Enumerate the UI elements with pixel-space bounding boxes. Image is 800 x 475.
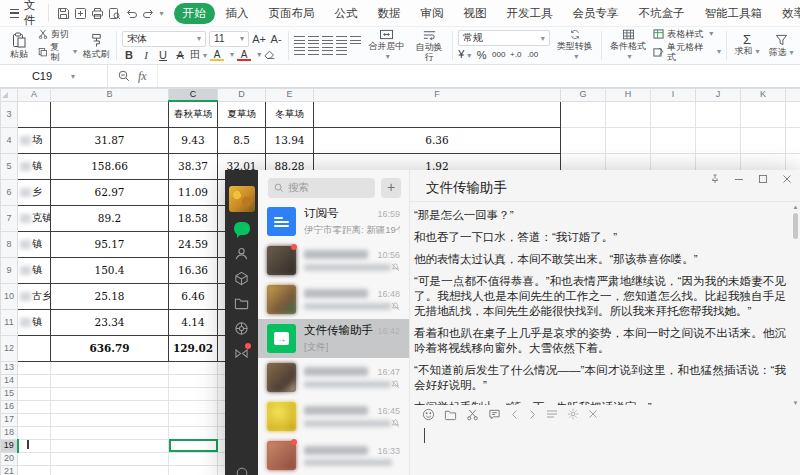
cell-a9[interactable]: 镇 [18,257,51,283]
toolbar-more-caret[interactable]: ▾ [160,5,164,22]
chat-item-blurred-1[interactable]: 10:56 [258,241,409,280]
tab-developer[interactable]: 开发工具 [498,3,562,24]
cell[interactable] [51,387,169,400]
cell[interactable] [169,387,218,400]
row-header-4[interactable]: 4 [1,127,18,153]
scroll-down-arrow[interactable]: ▼ [793,399,799,407]
name-box[interactable]: C19 ▾ [0,65,108,87]
cell-c19-selected[interactable] [169,439,218,452]
cell[interactable] [169,426,218,439]
cell-b4[interactable]: 31.87 [51,127,169,153]
row-header-17[interactable]: 17 [1,413,18,426]
cell-c9[interactable]: 16.36 [169,257,218,283]
thousands-button[interactable]: 000 [492,50,506,60]
settings-nav-icon[interactable] [233,464,250,475]
row-header-11[interactable]: 11 [1,309,18,335]
cell[interactable] [606,101,651,127]
row-header-14[interactable]: 14 [1,374,18,387]
font-size-select[interactable]: 11▾ [209,31,249,47]
cell[interactable] [51,465,169,475]
cell-b8[interactable]: 95.17 [51,231,169,257]
conditional-format-button[interactable]: 条件格式▾ [607,29,649,62]
cell-a6[interactable]: 乡 [18,179,51,205]
chat-item-file-transfer[interactable]: → 文件传输助手16:42 [文件] [258,319,409,358]
percent-button[interactable]: % [475,50,489,60]
cell-c7[interactable]: 18.58 [169,205,218,231]
align-center-icon[interactable] [308,47,319,55]
underline-button[interactable]: U [156,50,170,60]
col-header-d[interactable]: D [218,89,266,102]
currency-button[interactable]: ¥▾ [458,49,472,61]
font-color-button[interactable]: A [237,50,251,61]
row-header-16[interactable]: 16 [1,400,18,413]
gear-icon[interactable] [567,408,579,420]
row-header-10[interactable]: 10 [1,283,18,309]
tab-insert[interactable]: 插入 [217,3,258,24]
cell-c10[interactable]: 6.46 [169,283,218,309]
tab-membership[interactable]: 会员专享 [564,3,628,24]
cell[interactable] [561,101,606,127]
wechat-search-input[interactable]: 搜索 [268,178,375,198]
cell-c3[interactable]: 春秋草场 [169,101,218,127]
cell-b5[interactable]: 158.66 [51,153,169,179]
scrollbar[interactable]: ▲ ▼ [791,203,800,407]
screenshot-icon[interactable] [466,408,479,421]
col-header-f[interactable]: F [314,89,561,102]
cell[interactable] [169,413,218,426]
borders-button[interactable]: 田▾ [190,50,207,61]
increase-decimal-button[interactable]: +.0 [509,50,523,60]
cell[interactable] [169,400,218,413]
send-file-icon[interactable] [444,408,457,421]
cell[interactable] [51,361,169,374]
cell[interactable] [741,127,786,153]
scroll-up-arrow[interactable]: ▲ [793,203,799,211]
list-icon[interactable] [546,409,558,419]
tab-data[interactable]: 数据 [369,3,410,24]
chat-item-blurred-2[interactable]: 16:48 [258,280,409,319]
cell-a5[interactable]: 镇 [18,153,51,179]
cell-b7[interactable]: 89.2 [51,205,169,231]
cell[interactable] [696,101,741,127]
row-header-9[interactable]: 9 [1,257,18,283]
merge-center-button[interactable]: 合并居中▾ [365,29,407,62]
copy-button[interactable]: 复制▾ [38,42,77,62]
row-header-7[interactable]: 7 [1,205,18,231]
row-header-12[interactable]: 12 [1,335,18,361]
row-header-3[interactable]: 3 [1,101,18,127]
cell-b6[interactable]: 62.97 [51,179,169,205]
maximize-icon[interactable] [758,174,768,184]
cell-e4[interactable]: 13.94 [266,127,314,153]
tab-review[interactable]: 审阅 [412,3,453,24]
chat-item-subscriptions[interactable]: 订阅号16:59 伊宁市零距离: 新疆19个… [258,202,409,241]
cell-a4[interactable]: 场 [18,127,51,153]
cell-b3[interactable] [51,101,169,127]
align-middle-icon[interactable] [308,36,319,44]
fill-color-button[interactable]: A [210,50,224,61]
cell-c4[interactable]: 9.43 [169,127,218,153]
cell-c5[interactable]: 38.37 [169,153,218,179]
cell-a7[interactable]: 克镇 [18,205,51,231]
col-header-k[interactable]: K [741,89,786,102]
redo-icon[interactable] [142,5,155,22]
type-convert-button[interactable]: 类型转换▾ [554,29,596,62]
paste-button[interactable]: 粘贴 [4,32,34,59]
tab-efficiency[interactable]: 效率 [773,3,800,24]
table-style-button[interactable]: 表格样式▾ [653,29,721,39]
cell-d4[interactable]: 8.5 [218,127,266,153]
cell[interactable] [169,361,218,374]
cell[interactable] [561,127,606,153]
print-icon[interactable] [91,5,104,22]
cell[interactable] [18,387,51,400]
message-input[interactable] [410,423,800,475]
decrease-decimal-button[interactable]: .00 [526,50,540,60]
wrap-text-button[interactable]: 自动换行 [411,29,446,62]
cell-d3[interactable]: 夏草场 [218,101,266,127]
col-header-e[interactable]: E [266,89,314,102]
scroll-thumb[interactable] [793,213,798,239]
strikethrough-button[interactable]: A [173,50,187,60]
cell-a8[interactable]: 镇 [18,231,51,257]
cell-c8[interactable]: 24.59 [169,231,218,257]
chat-item-blurred-5[interactable]: 16:33 [258,436,409,475]
cell-b12[interactable]: 636.79 [51,335,169,361]
chat-item-blurred-3[interactable]: 16:47 [258,358,409,397]
